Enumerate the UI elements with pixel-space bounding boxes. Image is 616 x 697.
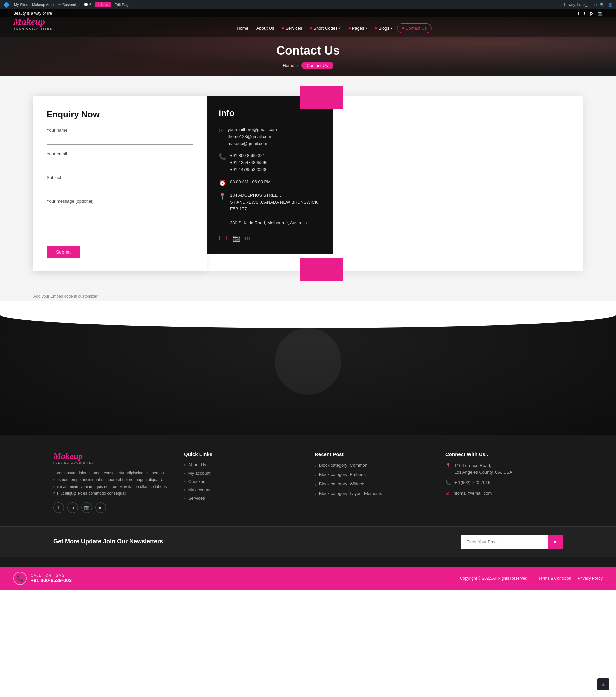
- subject-label: Subject: [47, 175, 193, 180]
- connect-location-icon: 📍: [445, 463, 451, 468]
- footer-brand: Makeup FEELING GOOD BITES Lorem ipsum do…: [53, 451, 171, 513]
- email-2: theme123@gmail.com: [228, 133, 277, 140]
- phone-2: +91 125474895596: [230, 159, 267, 166]
- clock-icon: ⏰: [219, 179, 226, 187]
- footer-phone-area: 📞 Call - Or - SMS +91 800-6539-002: [13, 572, 72, 585]
- email-1: yourmailhere@gmail.com: [228, 126, 277, 133]
- quick-links-list: About Us My account Checkout My account …: [184, 462, 301, 501]
- quick-link-myaccount1: My account: [184, 471, 301, 476]
- name-label: Your name: [47, 128, 193, 133]
- name-input[interactable]: [47, 135, 193, 145]
- nav-pages[interactable]: Pages ▾: [345, 24, 371, 33]
- footer-social-linkedin[interactable]: in: [96, 502, 106, 513]
- customize-link[interactable]: ✏ Customize: [58, 3, 80, 7]
- info-title: info: [219, 108, 321, 118]
- subject-input[interactable]: [47, 183, 193, 192]
- header-social: f t 𝕡 📷: [578, 11, 603, 16]
- footer-grid: Makeup FEELING GOOD BITES Lorem ipsum do…: [53, 451, 563, 513]
- info-social-instagram[interactable]: 📷: [233, 235, 240, 242]
- main-navigation: Makeup YOUR QUICK BITES Beauty is a way …: [0, 9, 616, 37]
- email-field-group: Your email: [47, 151, 193, 168]
- terms-link[interactable]: Terms & Condition: [538, 576, 571, 581]
- phone-call-label: Call - Or - SMS: [31, 573, 72, 577]
- admin-greeting: Howdy, luzuk_demo: [564, 3, 597, 7]
- recent-posts-list: Block category: Common Block category: E…: [315, 462, 432, 497]
- message-input[interactable]: [47, 206, 193, 233]
- pink-bottom-decoration: [300, 258, 343, 281]
- hero-banner: Makeup YOUR QUICK BITES Beauty is a way …: [0, 9, 616, 76]
- footer-bottom-bar: 📞 Call - Or - SMS +91 800-6539-002 Copyr…: [0, 567, 616, 590]
- phone-circle-icon: 📞: [13, 572, 27, 585]
- name-field-group: Your name: [47, 128, 193, 145]
- phone-1: +91 800 8569 321: [230, 152, 267, 159]
- nav-shortcodes[interactable]: Short Codes ▾: [307, 24, 344, 33]
- footer: Makeup FEELING GOOD BITES Lorem ipsum do…: [0, 435, 616, 567]
- copyright-text: Copyright © 2022.All Rights Reserved.: [460, 576, 529, 581]
- privacy-link[interactable]: Privacy Policy: [578, 576, 603, 581]
- business-hours: 08.00 AM - 06.00 PM: [230, 179, 271, 186]
- social-facebook-header[interactable]: f: [578, 11, 579, 16]
- footer-logo-sub: FEELING GOOD BITES: [53, 461, 171, 464]
- footer-social-facebook[interactable]: f: [53, 502, 64, 513]
- contact-form-section: Enquiry Now Your name Your email Subject…: [33, 96, 207, 271]
- nav-about[interactable]: About Us: [253, 24, 277, 33]
- footer-description: Lorem ipsum dolor sit amet, consectetur …: [53, 470, 171, 497]
- footer-connect: Connect With Us.. 📍 110 Lorence Road,Los…: [445, 451, 563, 513]
- embed-note: Add your Embed code in customizer: [0, 291, 616, 301]
- form-title: Enquiry Now: [47, 109, 193, 120]
- site-logo[interactable]: Makeup YOUR QUICK BITES: [13, 16, 53, 30]
- submit-button[interactable]: Submit: [47, 246, 80, 258]
- message-field-group: Your message (optional): [47, 199, 193, 234]
- social-pinterest-header[interactable]: 𝕡: [590, 11, 593, 16]
- page-title: Contact Us: [276, 44, 340, 58]
- pink-top-decoration: [300, 86, 343, 109]
- footer-quick-links: Quick Links About Us My account Checkout…: [184, 451, 301, 513]
- social-instagram-header[interactable]: 📷: [598, 11, 603, 16]
- nav-contact[interactable]: Contact Us: [397, 23, 432, 33]
- info-box: info ✉ yourmailhere@gmail.com theme123@g…: [207, 96, 333, 254]
- makeup-artist-link[interactable]: Makeup Artist: [32, 3, 54, 7]
- newsletter-form: ➤: [461, 535, 563, 549]
- info-phone-item: 📞 +91 800 8569 321 +91 125474895596 +91 …: [219, 152, 321, 173]
- admin-search-icon[interactable]: 🔍: [600, 3, 605, 7]
- wp-logo-icon[interactable]: 🔷: [3, 2, 10, 8]
- newsletter-submit[interactable]: ➤: [548, 535, 563, 549]
- edit-page-link[interactable]: Edit Page: [115, 3, 131, 7]
- footer-social-pinterest[interactable]: p: [67, 502, 78, 513]
- footer-bottom-right: Copyright © 2022.All Rights Reserved. Te…: [460, 576, 603, 581]
- nav-blogs[interactable]: Blogs ▾: [372, 24, 396, 33]
- connect-address-item: 📍 110 Lorence Road,Los Angeles County, C…: [445, 462, 563, 475]
- admin-bar: 🔷 My Sites Makeup Artist ✏ Customize 💬 6…: [0, 0, 616, 9]
- footer-phone-number: +91 800-6539-002: [31, 577, 72, 583]
- info-hours-item: ⏰ 08.00 AM - 06.00 PM: [219, 179, 321, 187]
- email-label: Your email: [47, 151, 193, 156]
- recent-post-2: Block category: Embeds: [315, 472, 432, 478]
- info-social-facebook[interactable]: f: [219, 235, 221, 242]
- connect-email-item: ✉ infomail@email.com: [445, 490, 563, 497]
- email-3: makeup@gmail.com: [228, 140, 277, 147]
- footer-social-instagram[interactable]: 📷: [81, 502, 92, 513]
- recent-post-3: Block category: Widgets: [315, 481, 432, 487]
- hero-content: Contact Us Home › Contact Us: [276, 44, 340, 69]
- footer-recent-posts: Recent Post Block category: Common Block…: [315, 451, 432, 513]
- email-input[interactable]: [47, 159, 193, 168]
- new-content-link[interactable]: + New: [96, 2, 111, 8]
- recent-post-title: Recent Post: [315, 451, 432, 457]
- footer-legal-links: Terms & Condition Privacy Policy: [538, 576, 603, 581]
- connect-email: infomail@email.com: [453, 490, 492, 497]
- newsletter-input[interactable]: [461, 535, 548, 549]
- info-social-linkedin[interactable]: in: [245, 235, 250, 242]
- quick-link-myaccount2: My account: [184, 487, 301, 492]
- admin-user-icon[interactable]: 👤: [608, 3, 613, 7]
- social-twitter-header[interactable]: t: [584, 11, 585, 16]
- subject-field-group: Subject: [47, 175, 193, 192]
- address-2: ST ANDREWS ,CANADA NEW BRUNSWICK E5B 1T7: [230, 199, 321, 213]
- info-social-links: f 𝕥 📷 in: [219, 235, 321, 242]
- nav-home[interactable]: Home: [233, 24, 252, 33]
- my-sites-link[interactable]: My Sites: [14, 3, 28, 7]
- info-social-twitter[interactable]: 𝕥: [225, 235, 228, 242]
- info-email-item: ✉ yourmailhere@gmail.com theme123@gmail.…: [219, 126, 321, 147]
- comments-link[interactable]: 💬 6: [84, 3, 91, 7]
- breadcrumb-home[interactable]: Home: [283, 63, 294, 68]
- nav-services[interactable]: Services: [279, 24, 305, 33]
